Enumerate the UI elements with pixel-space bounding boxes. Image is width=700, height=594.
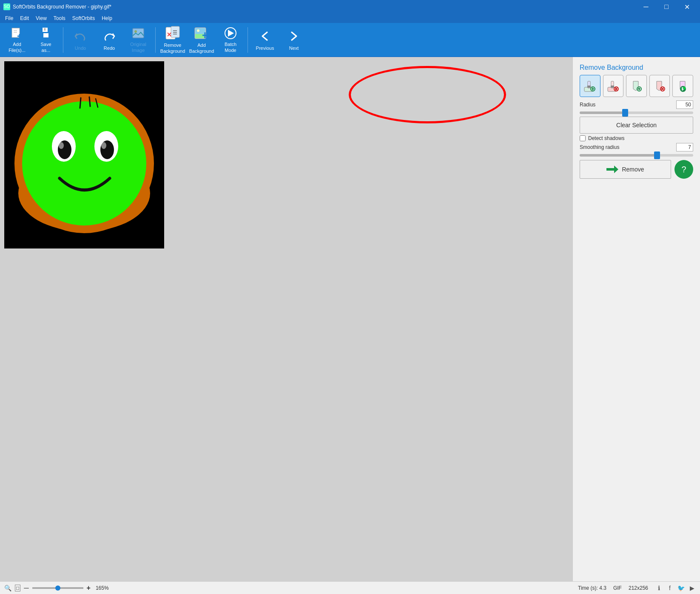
smoothing-slider-fill	[580, 154, 657, 157]
toolbar: AddFile(s)... Saveas... Undo	[0, 23, 700, 57]
svg-rect-55	[606, 168, 615, 171]
menu-help[interactable]: Help	[98, 14, 116, 22]
facebook-icon[interactable]: f	[666, 584, 674, 592]
restore-button[interactable]: □	[657, 0, 676, 14]
svg-line-32	[80, 98, 81, 108]
svg-point-31	[101, 142, 106, 149]
title-bar: SO SoftOrbits Background Remover - giphy…	[0, 0, 700, 14]
title-bar-controls: ─ □ ✕	[636, 0, 697, 14]
keep-fill-tool[interactable]	[626, 75, 647, 97]
undo-button[interactable]: Undo	[67, 25, 94, 55]
batch-mode-button[interactable]: BatchMode	[217, 25, 244, 55]
svg-point-10	[134, 30, 137, 33]
dimensions-display: 212x256	[629, 585, 648, 591]
close-button[interactable]: ✕	[677, 0, 697, 14]
save-as-label: Saveas...	[40, 42, 51, 53]
radius-value: 50	[676, 100, 693, 109]
original-image-button[interactable]: OriginalImage	[125, 25, 152, 55]
status-bar-right: Time (s): 4.3 GIF 212x256 ℹ f 🐦 ▶	[578, 584, 696, 592]
save-as-button[interactable]: Saveas...	[32, 25, 60, 55]
remove-button[interactable]: Remove	[580, 160, 671, 179]
next-icon	[286, 29, 302, 44]
image-container	[4, 61, 164, 248]
smoothing-label: Smoothing radius	[580, 144, 673, 150]
radius-row: Radius 50	[580, 100, 693, 109]
main-content: Remove Background	[0, 57, 700, 581]
smoothing-row: Smoothing radius 7	[580, 143, 693, 151]
previous-button[interactable]: Previous	[251, 25, 279, 55]
add-background-icon	[194, 26, 209, 41]
menu-edit[interactable]: Edit	[17, 14, 32, 22]
menu-bar: File Edit View Tools SoftOrbits Help	[0, 14, 700, 23]
time-display: Time (s): 4.3	[578, 585, 606, 591]
radius-label: Radius	[580, 102, 673, 108]
keep-brush-tool[interactable]	[580, 75, 600, 97]
erase-fill-tool[interactable]	[649, 75, 670, 97]
svg-rect-7	[43, 33, 48, 37]
toolbar-sep-3	[248, 27, 248, 53]
clear-selection-button[interactable]: Clear Selection	[580, 117, 693, 134]
svg-point-30	[59, 142, 64, 149]
remove-row: Remove ?	[580, 160, 693, 179]
zoom-minus[interactable]: ─	[24, 584, 28, 592]
svg-rect-8	[44, 28, 46, 31]
next-button[interactable]: Next	[280, 25, 307, 55]
radius-slider-fill	[580, 111, 625, 114]
twitter-icon[interactable]: 🐦	[677, 584, 685, 592]
youtube-icon[interactable]: ▶	[688, 584, 696, 592]
zoom-slider-thumb[interactable]	[55, 585, 60, 591]
smiley-image	[4, 61, 164, 248]
svg-rect-43	[611, 86, 614, 88]
status-icons: ℹ f 🐦 ▶	[655, 584, 696, 592]
minimize-button[interactable]: ─	[636, 0, 656, 14]
add-files-icon	[9, 26, 25, 40]
next-label: Next	[289, 46, 299, 51]
previous-label: Previous	[256, 46, 274, 51]
zoom-icon-search: 🔍	[4, 585, 11, 591]
add-files-label: AddFile(s)...	[9, 42, 26, 53]
remove-background-icon	[165, 26, 180, 41]
svg-rect-9	[133, 29, 144, 38]
help-button[interactable]: ?	[674, 160, 693, 179]
smoothing-slider[interactable]	[580, 154, 693, 157]
app-icon: SO	[3, 3, 10, 10]
svg-line-33	[89, 97, 90, 106]
title-bar-title: SoftOrbits Background Remover - giphy.gi…	[13, 4, 636, 10]
menu-view[interactable]: View	[32, 14, 50, 22]
remove-background-button[interactable]: RemoveBackground	[159, 25, 186, 55]
save-as-icon	[38, 26, 54, 40]
zoom-plus[interactable]: +	[87, 584, 91, 592]
format-display: GIF	[613, 585, 622, 591]
zoom-slider[interactable]	[32, 587, 83, 589]
status-bar-left: 🔍 □ ─ + 165%	[4, 584, 569, 592]
toolbar-sep-2	[155, 27, 156, 53]
svg-marker-56	[614, 166, 618, 173]
zoom-rect-icon: □	[15, 585, 20, 591]
add-background-label: AddBackground	[189, 43, 214, 54]
menu-file[interactable]: File	[2, 14, 17, 22]
original-image-icon	[131, 26, 146, 40]
toolbar-sep-1	[63, 27, 63, 53]
add-files-button[interactable]: AddFile(s)...	[3, 25, 31, 55]
original-image-label: OriginalImage	[130, 42, 146, 53]
redo-icon	[102, 29, 117, 44]
menu-softorbits[interactable]: SoftOrbits	[69, 14, 98, 22]
add-background-button[interactable]: AddBackground	[188, 25, 215, 55]
erase-brush-tool[interactable]	[603, 75, 624, 97]
smoothing-value: 7	[676, 143, 693, 151]
remove-background-section: Remove Background	[580, 64, 693, 179]
batch-mode-label: BatchMode	[225, 42, 236, 53]
radius-slider[interactable]	[580, 111, 693, 114]
detect-shadows-checkbox[interactable]	[580, 135, 586, 141]
svg-point-54	[683, 87, 686, 89]
canvas-area[interactable]	[0, 57, 572, 581]
status-bar: 🔍 □ ─ + 165% Time (s): 4.3 GIF 212x256 ℹ…	[0, 581, 700, 594]
previous-icon	[257, 29, 273, 44]
info-icon[interactable]: ℹ	[655, 584, 663, 592]
auto-remove-tool[interactable]	[672, 75, 693, 97]
menu-tools[interactable]: Tools	[50, 14, 69, 22]
redo-button[interactable]: Redo	[96, 25, 123, 55]
radius-slider-thumb[interactable]	[622, 109, 628, 117]
smoothing-slider-thumb[interactable]	[654, 151, 660, 159]
help-icon: ?	[681, 165, 686, 174]
